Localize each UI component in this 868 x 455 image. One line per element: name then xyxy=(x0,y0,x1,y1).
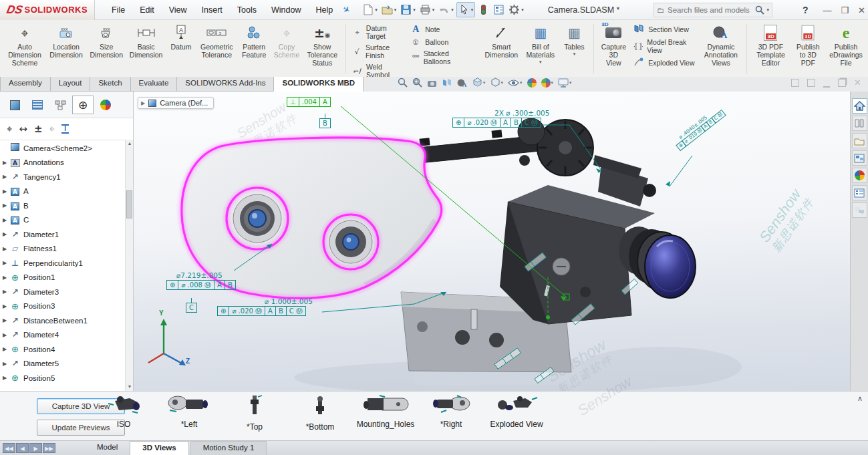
pin-menu-icon[interactable]: ✈ xyxy=(341,3,353,16)
restore-button[interactable]: ❒ xyxy=(841,5,849,15)
menu-edit[interactable]: Edit xyxy=(132,1,162,19)
show-tolerance-status-icon[interactable]: ± xyxy=(34,123,43,135)
ribbon-3d-pdf-template-editor[interactable]: 3D PDF Template Editor xyxy=(752,23,788,67)
edit-appearance-icon[interactable] xyxy=(527,78,537,88)
ribbon-model-break-view[interactable]: ⦃⦄Model Break View xyxy=(633,38,696,54)
menu-help[interactable]: Help xyxy=(309,1,341,19)
resources-book-icon[interactable] xyxy=(852,116,867,131)
view-thumbnail-right[interactable]: *Right xyxy=(414,394,488,429)
graphics-viewport[interactable]: Senshow新思诺软件 Senshow新思诺软件 Senshow新思诺软件 S… xyxy=(134,92,850,391)
tab-solidworks-addins[interactable]: SOLIDWORKS Add-Ins xyxy=(176,77,274,92)
hide-show-items-icon[interactable]: ▾ xyxy=(508,79,523,87)
view-thumbnail-top[interactable]: *Top xyxy=(218,394,291,432)
select-tool-button[interactable]: ▾ xyxy=(456,2,476,17)
tree-item-annotations[interactable]: ▶AAnnotations xyxy=(0,156,125,170)
ribbon-location-dimension[interactable]: xxxLocation Dimension xyxy=(47,23,85,59)
tree-item-diameter1[interactable]: ▶↗Diameter1 xyxy=(0,227,125,242)
doc-close-icon[interactable]: ✕ xyxy=(854,79,861,87)
tree-item-position1[interactable]: ▶⊕Position1 xyxy=(0,271,125,285)
help-button[interactable]: ? xyxy=(803,5,809,15)
selection-context-popup[interactable]: ▶ Camera (Def... xyxy=(138,97,214,109)
ribbon-publish-edrawings[interactable]: ePublish eDrawings File xyxy=(827,23,865,67)
menu-insert[interactable]: Insert xyxy=(194,1,230,19)
view-thumbnail-mounting-holes[interactable]: Mounting_Holes xyxy=(349,394,422,429)
tree-item-position5[interactable]: ▶⊕Position5 xyxy=(0,371,125,386)
display-style-icon[interactable]: ▾ xyxy=(490,78,504,88)
tree-item-datum-a[interactable]: ▶AA xyxy=(0,184,125,199)
tree-item-diameter4[interactable]: ▶↗Diameter4 xyxy=(0,328,125,343)
annotation-hole-pattern[interactable]: 2X ⌀ .300±.005 ⊕ ⌀ .020 Ⓜ A B C Ⓜ xyxy=(453,109,549,128)
doc-restore-icon[interactable] xyxy=(838,79,846,87)
view-thumbnail-bottom[interactable]: *Bottom xyxy=(283,394,357,432)
ribbon-tables[interactable]: ▦Tables▾ xyxy=(561,23,587,57)
annotation-dia1000[interactable]: ⌀ 1.000±.005 ⊕ ⌀ .020 Ⓜ A B C Ⓜ xyxy=(218,297,313,316)
search-dropdown-icon[interactable]: ▾ xyxy=(766,7,769,13)
tree-scrollbar[interactable]: ▲ ▼ xyxy=(125,140,133,391)
view-thumbnail-iso[interactable]: ISO xyxy=(87,394,160,429)
ribbon-exploded-view[interactable]: Exploded View xyxy=(633,57,696,68)
annotation-datum-c[interactable]: C xyxy=(186,303,197,313)
tree-item-distancebetween1[interactable]: ▶↗DistanceBetween1 xyxy=(0,313,125,328)
ribbon-auto-dimension-scheme[interactable]: ⌖Auto Dimension Scheme xyxy=(6,23,43,67)
ribbon-datum-target[interactable]: ⌖Datum Target xyxy=(351,24,404,40)
ribbon-balloon[interactable]: ①Balloon xyxy=(410,38,470,46)
menu-file[interactable]: File xyxy=(104,1,132,19)
view-orientation-icon[interactable]: ▾ xyxy=(472,78,486,88)
tree-item-flatness1[interactable]: ▶▱Flatness1 xyxy=(0,242,125,257)
search-icon[interactable] xyxy=(755,5,764,15)
options-gear-button[interactable]: ▾ xyxy=(507,3,525,17)
forum-chat-icon[interactable] xyxy=(852,202,867,218)
ribbon-pattern-feature[interactable]: Pattern Feature xyxy=(239,23,269,59)
ribbon-surface-finish[interactable]: √Surface Finish xyxy=(351,43,404,59)
home-icon[interactable] xyxy=(852,98,867,114)
doc-minimize-icon[interactable]: ▁ xyxy=(823,79,830,87)
ribbon-bill-of-materials[interactable]: ▦Bill of Materials▾ xyxy=(524,23,557,65)
open-button[interactable]: ▾ xyxy=(380,3,398,17)
ribbon-datum[interactable]: ADatum xyxy=(168,23,194,51)
annotation-perpendicularity[interactable]: ⊥ .004 A xyxy=(287,97,331,107)
tree-scrollbar-thumb[interactable] xyxy=(126,190,132,218)
tree-item-tangency1[interactable]: ▶↗Tangency1 xyxy=(0,170,125,184)
assembly-visualization-tab[interactable] xyxy=(4,96,25,114)
tab-assembly[interactable]: Assembly xyxy=(0,77,51,92)
tab-sketch[interactable]: Sketch xyxy=(90,77,130,92)
nav-prev-icon[interactable]: ◀ xyxy=(16,443,29,453)
ribbon-section-view[interactable]: Section View xyxy=(633,24,696,35)
annotation-dia7219[interactable]: ⌀7.219±.005 ⊕ ⌀ .008 Ⓜ A B xyxy=(167,271,236,290)
tab-layout[interactable]: Layout xyxy=(50,77,91,92)
custom-properties-icon[interactable] xyxy=(852,185,867,200)
ribbon-copy-scheme[interactable]: ⌖Copy Scheme xyxy=(273,23,301,59)
ribbon-size-dimension[interactable]: xxxSize Dimension xyxy=(89,23,124,59)
doc-pane-right-icon[interactable] xyxy=(807,79,815,87)
undo-button[interactable]: ▾ xyxy=(437,3,455,17)
view-thumbnail-exploded[interactable]: Exploded View xyxy=(480,394,553,429)
print-button[interactable]: ▾ xyxy=(418,3,436,17)
auto-dimension-scheme-icon[interactable]: ⌖ xyxy=(7,123,12,135)
display-manager-tab[interactable] xyxy=(95,96,116,114)
zoom-to-fit-icon[interactable] xyxy=(398,78,408,88)
ribbon-basic-dimension[interactable]: Basic Dimension xyxy=(128,23,164,59)
ribbon-smart-dimension[interactable]: Smart Dimension xyxy=(482,23,520,59)
design-library-folder-icon[interactable] xyxy=(852,133,867,148)
view-thumbnail-left[interactable]: *Left xyxy=(152,394,226,429)
tab-solidworks-mbd[interactable]: SOLIDWORKS MBD xyxy=(273,77,364,92)
tree-item-diameter3[interactable]: ▶↗Diameter3 xyxy=(0,285,125,299)
nav-next-icon[interactable]: ▶ xyxy=(29,443,42,453)
new-document-button[interactable]: ▾ xyxy=(361,3,379,17)
ribbon-note[interactable]: ANote xyxy=(410,24,470,35)
nav-first-icon[interactable]: ◀◀ xyxy=(3,443,15,453)
zoom-to-area-icon[interactable] xyxy=(412,78,422,88)
ribbon-stacked-balloons[interactable]: °°°Stacked Balloons xyxy=(410,49,470,65)
copy-scheme-icon[interactable]: ⌖ xyxy=(49,123,55,135)
featuremanager-tree-tab[interactable] xyxy=(27,96,48,114)
properties-button[interactable] xyxy=(492,3,506,17)
tree-item-datum-b[interactable]: ▶AB xyxy=(0,198,125,213)
collapse-panel-icon[interactable]: ∧ xyxy=(857,394,863,403)
bottom-tab-model[interactable]: Model xyxy=(85,441,130,455)
dimension-display-icon[interactable]: I xyxy=(61,124,69,134)
location-dimension-icon[interactable]: ↔ xyxy=(19,123,27,135)
tree-root[interactable]: Camera<Scheme2> xyxy=(0,141,125,156)
doc-pane-left-icon[interactable] xyxy=(791,79,799,87)
view-settings-icon[interactable]: ▾ xyxy=(558,78,572,88)
search-input[interactable] xyxy=(668,6,755,14)
